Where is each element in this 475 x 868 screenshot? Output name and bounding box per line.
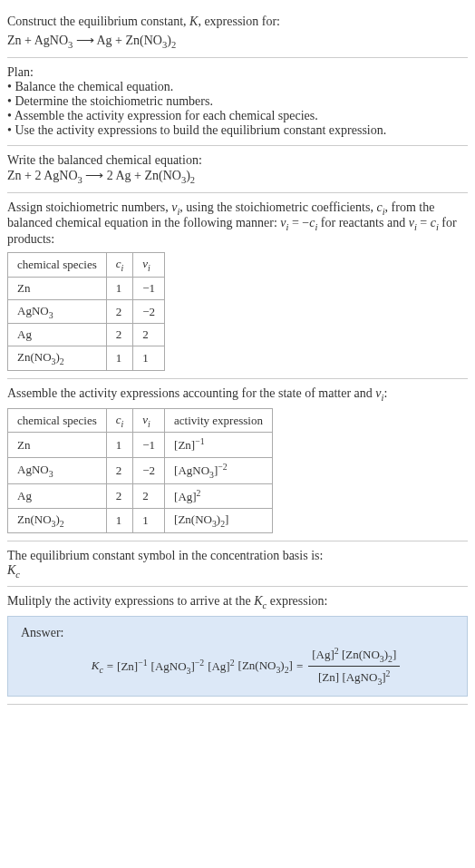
table-row: AgNO3 2 −2 [AgNO3]−2 (8, 457, 273, 483)
sup: 2 (197, 488, 201, 498)
text: Zn(NO (17, 512, 52, 526)
cell-species: Zn(NO3)2 (8, 346, 107, 371)
col-activity: activity expression (165, 408, 273, 433)
table-row: Ag 2 2 [Ag]2 (8, 483, 273, 508)
text: = (417, 216, 431, 229)
equals: = (296, 659, 303, 674)
answer-box: Answer: Kc = [Zn]−1 [AgNO3]−2 [Ag]2 [Zn(… (7, 616, 468, 697)
cell-species: Zn (8, 433, 107, 457)
cell-c: 2 (106, 324, 133, 346)
table-row: Zn(NO3)2 1 1 (8, 346, 165, 371)
col-nu: νi (133, 253, 165, 278)
cell-nu: 2 (133, 324, 165, 346)
col-nu: νi (133, 408, 165, 433)
text: Ag (17, 489, 32, 502)
text: [Ag] (174, 490, 197, 503)
numerator: [Ag]2 [Zn(NO3)2] (308, 646, 400, 667)
term: [AgNO3]−2 (151, 658, 205, 676)
sub: 2 (60, 356, 64, 366)
cell-c: 1 (106, 346, 133, 371)
text: ] (225, 512, 228, 526)
sub: i (121, 263, 124, 273)
fraction: [Ag]2 [Zn(NO3)2] [Zn] [AgNO3]2 (308, 646, 400, 687)
sup: −2 (218, 462, 227, 472)
text: [Ag] (208, 660, 230, 674)
cell-nu: 1 (133, 508, 165, 532)
sup: 2 (334, 646, 339, 656)
text: Zn (17, 438, 30, 452)
text: [Zn] (117, 660, 138, 674)
cell-nu: −1 (133, 433, 165, 457)
term: [Zn]−1 (117, 658, 147, 674)
stoich-section: Assign stoichiometric numbers, νi, using… (7, 193, 468, 379)
construct-section: Construct the equilibrium constant, K, e… (7, 7, 468, 58)
cell-c: 1 (106, 508, 133, 532)
multiply-intro: Mulitply the activity expressions to arr… (7, 594, 468, 610)
cell-species: Ag (8, 324, 107, 346)
subscript: 2 (190, 175, 195, 185)
balanced-section: Write the balanced chemical equation: Zn… (7, 146, 468, 193)
text: [Zn(NO (174, 512, 212, 526)
table-header-row: chemical species ci νi activity expressi… (8, 408, 273, 433)
activity-intro: Assemble the activity expressions accoun… (7, 386, 468, 403)
text: [AgNO (151, 659, 187, 673)
balanced-equation: Zn + 2 AgNO3 ⟶ 2 Ag + Zn(NO3)2 (7, 168, 468, 185)
cell-activity: [AgNO3]−2 (165, 457, 273, 483)
text: [Ag] (312, 648, 334, 661)
cell-nu: 2 (133, 483, 165, 508)
sup: −2 (195, 658, 204, 668)
text: Zn + 2 AgNO (7, 169, 78, 182)
plan-item: • Determine the stoichiometric numbers. (7, 94, 468, 109)
sup: 2 (230, 658, 235, 668)
cell-c: 2 (106, 457, 133, 483)
cell-nu: −1 (133, 277, 165, 299)
balanced-title: Write the balanced chemical equation: (7, 153, 468, 168)
text: = − (288, 216, 309, 229)
cell-c: 1 (106, 433, 133, 457)
text: AgNO (17, 463, 49, 476)
col-species: chemical species (8, 408, 107, 433)
symbol-section: The equilibrium constant symbol in the c… (7, 541, 468, 588)
cell-species: Zn (8, 277, 107, 299)
text: AgNO (17, 304, 49, 317)
text: Zn (17, 281, 30, 295)
text: [Zn] (318, 670, 342, 684)
cell-c: 1 (106, 277, 133, 299)
text: Ag (17, 327, 32, 341)
table-row: AgNO3 2 −2 (8, 299, 165, 324)
text: [Zn] (174, 439, 195, 453)
k: K (254, 594, 262, 608)
text: , expression for: (198, 15, 280, 28)
equals: = (107, 659, 113, 674)
stoich-intro: Assign stoichiometric numbers, νi, using… (7, 200, 468, 248)
text: [AgNO (342, 670, 377, 684)
col-c: ci (106, 408, 133, 433)
answer-label: Answer: (21, 626, 454, 640)
kc-symbol: Kc (7, 563, 468, 580)
text: : (383, 386, 387, 400)
sub: i (121, 418, 124, 428)
text: Construct the equilibrium constant, (7, 15, 189, 28)
table-row: Zn 1 −1 (8, 277, 165, 299)
text: ] (289, 658, 293, 672)
table-row: Ag 2 2 (8, 324, 165, 346)
arrow: ⟶ (82, 169, 107, 182)
cell-c: 2 (106, 483, 133, 508)
sup: −1 (138, 658, 147, 668)
plan-item: • Use the activity expressions to build … (7, 123, 468, 138)
text: [Zn(NO (238, 658, 276, 672)
unbalanced-equation: Zn + AgNO3 ⟶ Ag + Zn(NO3)2 (7, 33, 468, 50)
col-species: chemical species (8, 253, 107, 278)
arrow: ⟶ (73, 34, 96, 47)
text: Zn + AgNO (7, 34, 68, 47)
denominator: [Zn] [AgNO3]2 (315, 667, 393, 687)
plan-item: • Balance the chemical equation. (7, 80, 468, 94)
multiply-section: Mulitply the activity expressions to arr… (7, 587, 468, 705)
subscript: 2 (171, 40, 176, 50)
text: , using the stoichiometric coefficients, (179, 200, 376, 214)
table-row: Zn 1 −1 [Zn]−1 (8, 433, 273, 457)
cell-species: AgNO3 (8, 299, 107, 324)
col-c: ci (106, 253, 133, 278)
answer-formula: Kc = [Zn]−1 [AgNO3]−2 [Ag]2 [Zn(NO3)2] =… (21, 646, 454, 687)
term: [Zn(NO3)2] (238, 658, 293, 675)
